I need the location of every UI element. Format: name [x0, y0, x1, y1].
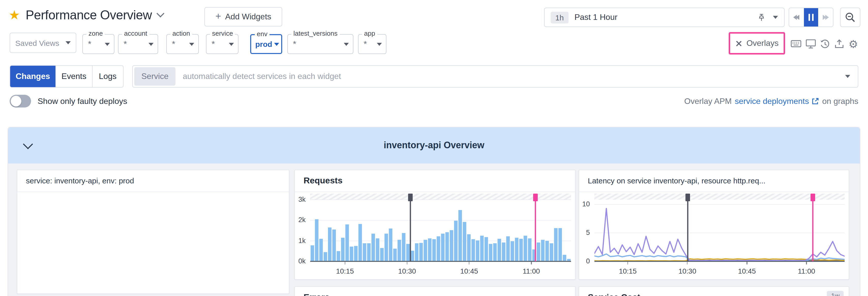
- y-tick-label: 1k: [293, 237, 307, 244]
- filter-account[interactable]: account *: [118, 34, 158, 54]
- requests-plot-area[interactable]: [310, 194, 571, 262]
- y-tick-label: 0: [578, 257, 591, 265]
- add-widgets-label: Add Widgets: [225, 12, 271, 21]
- filter-app[interactable]: app *: [358, 34, 386, 54]
- rewind-button[interactable]: [789, 8, 804, 26]
- filter-latest-versions-label: latest_versions: [291, 30, 339, 37]
- tab-logs[interactable]: Logs: [92, 66, 123, 87]
- tv-mode-button[interactable]: [804, 38, 817, 50]
- scope-widget[interactable]: service: inventory-api, env: prod: [17, 170, 289, 294]
- service-cost-timeframe-badge: 1w: [827, 291, 844, 296]
- filter-service-label: service: [210, 30, 235, 37]
- errors-widget[interactable]: Errors: [294, 286, 576, 296]
- faulty-deploys-toggle[interactable]: [10, 95, 31, 107]
- requests-y-axis: 0k1k2k3k: [295, 194, 308, 262]
- fast-forward-button[interactable]: [818, 8, 833, 26]
- time-range-picker[interactable]: 1h Past 1 Hour: [544, 8, 785, 27]
- keyboard-shortcuts-button[interactable]: [790, 38, 802, 50]
- pause-button[interactable]: [804, 8, 818, 26]
- favorite-star-icon[interactable]: ★: [9, 8, 20, 21]
- title-chevron-down-icon[interactable]: [156, 9, 164, 17]
- requests-chart-svg: [310, 194, 571, 262]
- x-tick-label: 10:15: [330, 267, 360, 275]
- filter-zone-label: zone: [87, 30, 105, 37]
- filter-env-value: prod: [255, 40, 272, 48]
- overlay-apm-note: Overlay APM service deployments on graph…: [684, 95, 858, 107]
- dashboard-titlebar: ★ Performance Overview: [9, 4, 163, 25]
- filter-env-chevron-icon: [274, 43, 279, 46]
- y-tick-label: 2k: [293, 216, 307, 224]
- time-range-badge: 1h: [551, 11, 568, 23]
- keyboard-icon: [790, 39, 801, 49]
- saved-views-label: Saved Views: [15, 38, 59, 47]
- saved-views-dropdown[interactable]: Saved Views: [10, 33, 76, 53]
- latency-plot-area[interactable]: [594, 194, 845, 262]
- playback-controls: [789, 8, 833, 27]
- filter-latest-versions-value: *: [293, 39, 296, 49]
- section-header[interactable]: inventory-api Overview: [8, 127, 860, 164]
- gear-icon: ⚙: [848, 38, 858, 49]
- requests-widget[interactable]: Requests 0k1k2k3k 10:1510:3010:4511:00: [294, 170, 576, 280]
- overlay-apm-prefix: Overlay APM: [684, 97, 732, 106]
- service-dropdown-icon[interactable]: [845, 75, 850, 78]
- filter-zone-chevron-icon: [105, 43, 110, 46]
- y-tick-label: 0k: [293, 257, 307, 265]
- filter-zone-value: *: [88, 39, 91, 49]
- add-widgets-button[interactable]: + Add Widgets: [205, 7, 282, 26]
- filter-env[interactable]: env prod: [250, 34, 282, 54]
- requests-widget-title: Requests: [295, 170, 575, 192]
- latency-chart: 0510 10:1510:3010:4511:00: [579, 193, 849, 279]
- x-tick-mark: [746, 262, 747, 264]
- close-icon: [735, 40, 742, 47]
- latency-chart-svg: [594, 194, 845, 262]
- filter-service-value: *: [212, 39, 215, 49]
- filter-account-value: *: [124, 39, 127, 49]
- service-input[interactable]: [176, 72, 845, 81]
- x-tick-mark: [531, 262, 532, 264]
- latency-widget[interactable]: Latency on service inventory-api, resour…: [579, 170, 849, 280]
- filter-action-chevron-icon: [189, 43, 194, 46]
- overlay-apm-suffix: on graphs: [822, 97, 858, 106]
- pin-icon[interactable]: [757, 13, 766, 22]
- overlay-type-tabs: Changes Events Logs: [10, 65, 124, 88]
- service-cost-widget[interactable]: Service Cost 1w: [579, 286, 849, 296]
- filter-app-label: app: [362, 30, 377, 37]
- tab-changes[interactable]: Changes: [10, 66, 56, 87]
- plus-icon: +: [215, 11, 221, 22]
- tab-events[interactable]: Events: [56, 66, 92, 87]
- filter-service-chevron-icon: [229, 43, 234, 46]
- service-deployments-link-text: service deployments: [735, 97, 809, 106]
- filter-account-chevron-icon: [149, 43, 154, 46]
- y-tick-label: 10: [578, 200, 591, 208]
- service-deployments-link[interactable]: service deployments: [735, 97, 819, 106]
- filter-action[interactable]: action *: [166, 34, 199, 54]
- inventory-api-overview-section: inventory-api Overview service: inventor…: [8, 127, 860, 296]
- history-clock-icon: [819, 38, 830, 49]
- requests-x-axis: 10:1510:3010:4511:00: [310, 265, 571, 276]
- overlays-button-highlighted[interactable]: Overlays: [729, 32, 785, 55]
- time-range-dropdown-icon[interactable]: [773, 16, 778, 19]
- x-tick-label: 11:00: [791, 267, 822, 275]
- x-tick-mark: [469, 262, 470, 264]
- history-button[interactable]: [819, 38, 831, 50]
- filter-service[interactable]: service *: [206, 34, 239, 54]
- filter-latest-versions-chevron-icon: [344, 43, 349, 46]
- x-tick-label: 10:30: [672, 267, 703, 275]
- x-tick-label: 10:45: [454, 267, 484, 275]
- filter-env-label: env: [255, 31, 270, 38]
- settings-button[interactable]: ⚙: [847, 38, 859, 50]
- filter-latest-versions[interactable]: latest_versions *: [287, 34, 353, 54]
- zoom-out-button[interactable]: [840, 8, 860, 27]
- scope-widget-title: service: inventory-api, env: prod: [17, 170, 289, 192]
- upload-share-icon: [834, 38, 844, 49]
- filter-app-value: *: [364, 39, 367, 49]
- filter-zone[interactable]: zone *: [82, 34, 115, 54]
- x-tick-mark: [627, 262, 628, 264]
- filter-app-chevron-icon: [377, 43, 382, 46]
- x-tick-label: 10:15: [613, 267, 643, 275]
- share-button[interactable]: [833, 38, 845, 50]
- filter-action-label: action: [170, 30, 192, 37]
- x-tick-mark: [806, 262, 807, 264]
- service-field-label: Service: [134, 67, 176, 86]
- filter-action-value: *: [172, 39, 175, 49]
